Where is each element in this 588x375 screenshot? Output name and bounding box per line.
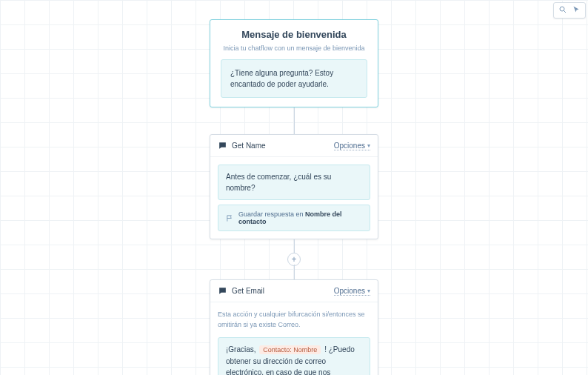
step-header: Get Email Opciones▾ bbox=[210, 280, 378, 302]
svg-line-1 bbox=[564, 11, 567, 13]
chat-icon bbox=[218, 141, 227, 150]
zoom-icon[interactable] bbox=[558, 5, 567, 16]
step-title: Get Email bbox=[232, 287, 264, 295]
welcome-title: Mensaje de bienvenida bbox=[221, 29, 367, 40]
step-note: Esta acción y cualquier bifurcación si/e… bbox=[218, 310, 370, 330]
welcome-subtitle: Inicia tu chatflow con un mensaje de bie… bbox=[221, 44, 367, 52]
step-get-email[interactable]: Get Email Opciones▾ Esta acción y cualqu… bbox=[210, 279, 378, 375]
flow-canvas[interactable]: Mensaje de bienvenida Inicia tu chatflow… bbox=[210, 19, 378, 375]
flag-icon bbox=[226, 214, 234, 222]
welcome-message: ¿Tiene alguna pregunta? Estoy encantado … bbox=[221, 59, 367, 98]
connector bbox=[294, 239, 295, 254]
svg-point-0 bbox=[560, 7, 564, 11]
step-message: ¡Gracias, Contacto: Nombre ! ¿Puedo obte… bbox=[218, 337, 370, 375]
step-title: Get Name bbox=[232, 142, 266, 150]
canvas-toolbar bbox=[553, 2, 586, 19]
connector bbox=[294, 107, 295, 134]
options-dropdown[interactable]: Opciones▾ bbox=[334, 287, 370, 296]
welcome-card[interactable]: Mensaje de bienvenida Inicia tu chatflow… bbox=[210, 19, 378, 107]
step-get-name[interactable]: Get Name Opciones▾ Antes de comenzar, ¿c… bbox=[210, 134, 378, 239]
save-response-row: Guardar respuesta en Nombre del contacto bbox=[218, 205, 370, 231]
step-message: Antes de comenzar, ¿cuál es su nombre? bbox=[218, 165, 370, 200]
connector bbox=[294, 265, 295, 279]
chat-icon bbox=[218, 286, 227, 296]
contact-name-token: Contacto: Nombre bbox=[259, 345, 321, 354]
chevron-down-icon: ▾ bbox=[367, 288, 370, 294]
step-header: Get Name Opciones▾ bbox=[210, 135, 378, 157]
options-dropdown[interactable]: Opciones▾ bbox=[334, 142, 370, 150]
chevron-down-icon: ▾ bbox=[367, 142, 370, 149]
cursor-icon[interactable] bbox=[572, 5, 581, 16]
